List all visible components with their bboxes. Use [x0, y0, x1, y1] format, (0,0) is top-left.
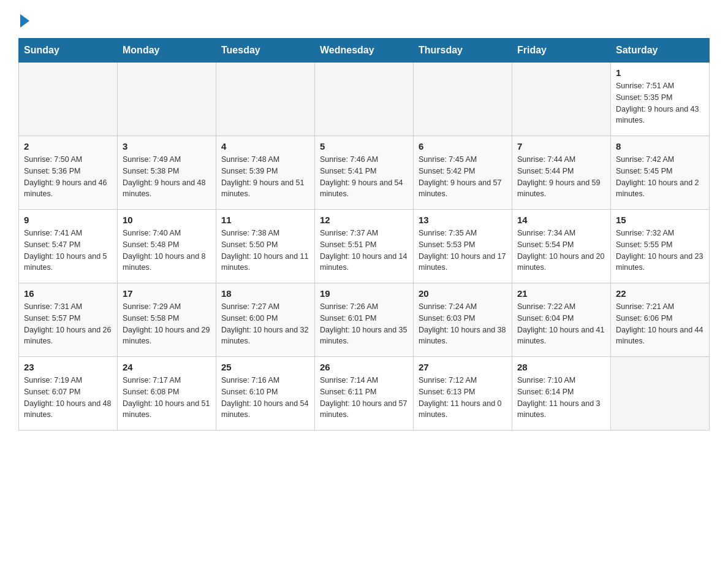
day-info: Sunrise: 7:24 AM Sunset: 6:03 PM Dayligh…	[419, 301, 507, 347]
day-number: 3	[123, 141, 211, 151]
day-number: 5	[320, 141, 408, 151]
day-number: 10	[123, 215, 211, 225]
day-info: Sunrise: 7:17 AM Sunset: 6:08 PM Dayligh…	[123, 375, 211, 421]
day-number: 17	[123, 288, 211, 299]
day-info: Sunrise: 7:14 AM Sunset: 6:11 PM Dayligh…	[320, 375, 408, 421]
calendar-cell: 1Sunrise: 7:51 AM Sunset: 5:35 PM Daylig…	[611, 63, 710, 136]
calendar-cell: 10Sunrise: 7:40 AM Sunset: 5:48 PM Dayli…	[118, 210, 216, 283]
day-info: Sunrise: 7:48 AM Sunset: 5:39 PM Dayligh…	[221, 154, 309, 200]
calendar-cell: 2Sunrise: 7:50 AM Sunset: 5:36 PM Daylig…	[19, 136, 118, 210]
calendar-cell: 8Sunrise: 7:42 AM Sunset: 5:45 PM Daylig…	[611, 136, 710, 210]
calendar-cell: 15Sunrise: 7:32 AM Sunset: 5:55 PM Dayli…	[611, 210, 710, 283]
day-number: 19	[320, 288, 408, 299]
calendar-cell: 14Sunrise: 7:34 AM Sunset: 5:54 PM Dayli…	[512, 210, 611, 283]
column-header-tuesday: Tuesday	[216, 39, 315, 63]
day-number: 16	[24, 288, 112, 299]
day-info: Sunrise: 7:22 AM Sunset: 6:04 PM Dayligh…	[517, 301, 605, 347]
calendar-cell: 9Sunrise: 7:41 AM Sunset: 5:47 PM Daylig…	[19, 210, 118, 283]
calendar-cell: 16Sunrise: 7:31 AM Sunset: 5:57 PM Dayli…	[19, 283, 118, 357]
day-number: 9	[24, 215, 112, 225]
calendar-cell: 17Sunrise: 7:29 AM Sunset: 5:58 PM Dayli…	[118, 283, 216, 357]
day-info: Sunrise: 7:31 AM Sunset: 5:57 PM Dayligh…	[24, 301, 112, 347]
calendar-cell: 6Sunrise: 7:45 AM Sunset: 5:42 PM Daylig…	[414, 136, 512, 210]
day-number: 27	[419, 362, 507, 372]
calendar-cell: 12Sunrise: 7:37 AM Sunset: 5:51 PM Dayli…	[315, 210, 414, 283]
day-number: 20	[419, 288, 507, 299]
calendar-cell: 24Sunrise: 7:17 AM Sunset: 6:08 PM Dayli…	[118, 357, 216, 431]
calendar-cell: 23Sunrise: 7:19 AM Sunset: 6:07 PM Dayli…	[19, 357, 118, 431]
day-number: 8	[616, 141, 704, 151]
calendar-cell: 7Sunrise: 7:44 AM Sunset: 5:44 PM Daylig…	[512, 136, 611, 210]
column-header-monday: Monday	[118, 39, 216, 63]
day-number: 1	[616, 67, 704, 78]
day-number: 14	[517, 215, 605, 225]
day-info: Sunrise: 7:34 AM Sunset: 5:54 PM Dayligh…	[517, 228, 605, 274]
day-info: Sunrise: 7:35 AM Sunset: 5:53 PM Dayligh…	[419, 228, 507, 274]
day-number: 23	[24, 362, 112, 372]
column-header-sunday: Sunday	[19, 39, 118, 63]
calendar-cell	[611, 357, 710, 431]
calendar-cell	[216, 63, 315, 136]
day-info: Sunrise: 7:32 AM Sunset: 5:55 PM Dayligh…	[616, 228, 704, 274]
calendar-cell: 21Sunrise: 7:22 AM Sunset: 6:04 PM Dayli…	[512, 283, 611, 357]
day-number: 28	[517, 362, 605, 372]
day-number: 15	[616, 215, 704, 225]
logo-triangle-icon	[20, 14, 29, 28]
day-number: 22	[616, 288, 704, 299]
day-number: 18	[221, 288, 309, 299]
day-info: Sunrise: 7:50 AM Sunset: 5:36 PM Dayligh…	[24, 154, 112, 200]
day-info: Sunrise: 7:41 AM Sunset: 5:47 PM Dayligh…	[24, 228, 112, 274]
calendar-cell	[512, 63, 611, 136]
day-info: Sunrise: 7:38 AM Sunset: 5:50 PM Dayligh…	[221, 228, 309, 274]
calendar-cell: 13Sunrise: 7:35 AM Sunset: 5:53 PM Dayli…	[414, 210, 512, 283]
calendar-week-1: 1Sunrise: 7:51 AM Sunset: 5:35 PM Daylig…	[19, 63, 710, 136]
calendar-cell: 4Sunrise: 7:48 AM Sunset: 5:39 PM Daylig…	[216, 136, 315, 210]
day-number: 24	[123, 362, 211, 372]
calendar-cell	[414, 63, 512, 136]
day-number: 4	[221, 141, 309, 151]
calendar-week-5: 23Sunrise: 7:19 AM Sunset: 6:07 PM Dayli…	[19, 357, 710, 431]
calendar-cell: 18Sunrise: 7:27 AM Sunset: 6:00 PM Dayli…	[216, 283, 315, 357]
day-number: 25	[221, 362, 309, 372]
day-info: Sunrise: 7:12 AM Sunset: 6:13 PM Dayligh…	[419, 375, 507, 421]
day-info: Sunrise: 7:29 AM Sunset: 5:58 PM Dayligh…	[123, 301, 211, 347]
day-info: Sunrise: 7:26 AM Sunset: 6:01 PM Dayligh…	[320, 301, 408, 347]
calendar-table: SundayMondayTuesdayWednesdayThursdayFrid…	[18, 38, 710, 431]
day-info: Sunrise: 7:42 AM Sunset: 5:45 PM Dayligh…	[616, 154, 704, 200]
calendar-week-3: 9Sunrise: 7:41 AM Sunset: 5:47 PM Daylig…	[19, 210, 710, 283]
calendar-cell	[118, 63, 216, 136]
day-number: 6	[419, 141, 507, 151]
day-number: 21	[517, 288, 605, 299]
day-info: Sunrise: 7:27 AM Sunset: 6:00 PM Dayligh…	[221, 301, 309, 347]
day-number: 12	[320, 215, 408, 225]
day-info: Sunrise: 7:21 AM Sunset: 6:06 PM Dayligh…	[616, 301, 704, 347]
calendar-cell	[19, 63, 118, 136]
calendar-header: SundayMondayTuesdayWednesdayThursdayFrid…	[19, 39, 710, 63]
day-number: 7	[517, 141, 605, 151]
column-header-saturday: Saturday	[611, 39, 710, 63]
day-number: 2	[24, 141, 112, 151]
calendar-week-2: 2Sunrise: 7:50 AM Sunset: 5:36 PM Daylig…	[19, 136, 710, 210]
calendar-cell: 25Sunrise: 7:16 AM Sunset: 6:10 PM Dayli…	[216, 357, 315, 431]
day-info: Sunrise: 7:46 AM Sunset: 5:41 PM Dayligh…	[320, 154, 408, 200]
calendar-cell: 28Sunrise: 7:10 AM Sunset: 6:14 PM Dayli…	[512, 357, 611, 431]
day-info: Sunrise: 7:40 AM Sunset: 5:48 PM Dayligh…	[123, 228, 211, 274]
calendar-cell: 3Sunrise: 7:49 AM Sunset: 5:38 PM Daylig…	[118, 136, 216, 210]
day-info: Sunrise: 7:49 AM Sunset: 5:38 PM Dayligh…	[123, 154, 211, 200]
day-info: Sunrise: 7:10 AM Sunset: 6:14 PM Dayligh…	[517, 375, 605, 421]
calendar-cell: 5Sunrise: 7:46 AM Sunset: 5:41 PM Daylig…	[315, 136, 414, 210]
day-info: Sunrise: 7:37 AM Sunset: 5:51 PM Dayligh…	[320, 228, 408, 274]
logo	[18, 12, 29, 26]
day-number: 11	[221, 215, 309, 225]
calendar-cell	[315, 63, 414, 136]
day-info: Sunrise: 7:44 AM Sunset: 5:44 PM Dayligh…	[517, 154, 605, 200]
calendar-cell: 19Sunrise: 7:26 AM Sunset: 6:01 PM Dayli…	[315, 283, 414, 357]
calendar-cell: 22Sunrise: 7:21 AM Sunset: 6:06 PM Dayli…	[611, 283, 710, 357]
column-header-thursday: Thursday	[414, 39, 512, 63]
day-info: Sunrise: 7:51 AM Sunset: 5:35 PM Dayligh…	[616, 80, 704, 126]
calendar-week-4: 16Sunrise: 7:31 AM Sunset: 5:57 PM Dayli…	[19, 283, 710, 357]
column-header-wednesday: Wednesday	[315, 39, 414, 63]
day-info: Sunrise: 7:19 AM Sunset: 6:07 PM Dayligh…	[24, 375, 112, 421]
day-info: Sunrise: 7:16 AM Sunset: 6:10 PM Dayligh…	[221, 375, 309, 421]
day-info: Sunrise: 7:45 AM Sunset: 5:42 PM Dayligh…	[419, 154, 507, 200]
